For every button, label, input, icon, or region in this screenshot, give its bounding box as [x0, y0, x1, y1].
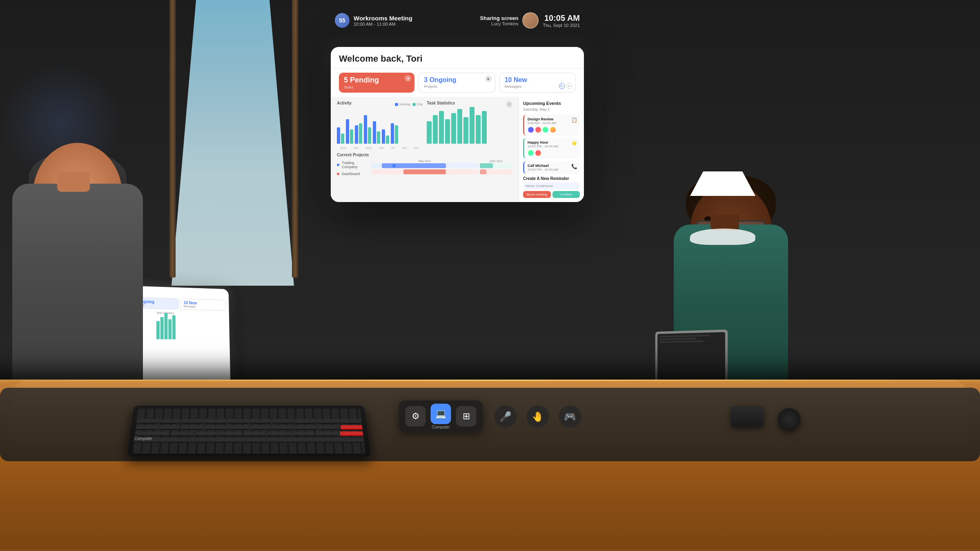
reminder-input[interactable]: Name: Conference [523, 182, 580, 189]
chart-label-mon: Mon [341, 147, 346, 149]
gantt-june-label: June 2021 [480, 160, 512, 162]
event-avatar-5 [528, 150, 534, 156]
legend-scrolling: Scrolling [399, 103, 410, 106]
activity-chart-col: Activity Scrolling Chat [337, 101, 423, 149]
happy-hour-time: 18:00 PM - 18:45 AM [528, 144, 577, 148]
bar-group-4 [364, 115, 371, 144]
chart-label-sat: Sat [402, 147, 407, 149]
gantt-june-bar-2 [480, 169, 512, 174]
call-michael-icon: 📞 [571, 164, 577, 169]
event-happy-hour[interactable]: ⭐ Happy Hour 18:00 PM - 18:45 AM [523, 138, 580, 159]
bar-group-6 [382, 129, 389, 144]
messages-sync-icon[interactable]: ↻ [559, 83, 565, 89]
avatar-female-neck [710, 214, 739, 231]
stat-messages[interactable]: 10 New Messages ↻ ✕ [499, 73, 576, 93]
project-name-2: Dashboard [342, 172, 360, 176]
dashboard-right: Upcoming Events Saturday, May 2 📋 Design… [519, 97, 584, 202]
current-projects: Current Projects Trading Company Dashboa… [337, 153, 512, 178]
stat-pending[interactable]: 5 Pending Tasks ▾ [339, 73, 414, 93]
stats-row: 5 Pending Tasks ▾ 3 Ongoing Projects ▾ 1… [331, 69, 584, 97]
project-name-1: Trading Company [342, 161, 370, 169]
sharing-label: Sharing screen [480, 15, 519, 21]
task-bar-1 [427, 121, 432, 144]
charts-row: Activity Scrolling Chat [337, 101, 512, 149]
pending-sublabel: Tasks [344, 85, 410, 89]
bar-teal-4 [368, 127, 371, 144]
task-bar-10 [482, 111, 487, 144]
device-small-2 [778, 408, 800, 431]
vr-settings-button[interactable]: ⚙ [405, 406, 426, 427]
stat-ongoing[interactable]: 3 Ongoing Projects ▾ [419, 73, 495, 93]
task-stats-chart [427, 109, 512, 146]
vr-computer-button[interactable]: 💻 [431, 404, 451, 424]
messages-close-icon[interactable]: ✕ [566, 83, 572, 89]
gantt-june: June 2021 [480, 160, 512, 178]
window-frame-right [292, 0, 298, 278]
avatar-male-neck [57, 171, 90, 192]
task-stats-icon[interactable]: ✕ [506, 101, 512, 108]
dashboard-main: Activity Scrolling Chat [331, 97, 584, 202]
pending-label: 5 Pending [344, 76, 410, 84]
gantt-june-fill-2 [480, 169, 486, 174]
activity-chart-wrapper: Mon Tue Wed Thu Fri Sat Sun [337, 109, 423, 149]
keyboard[interactable] [127, 406, 371, 457]
vr-mic-button[interactable]: 🎤 [494, 405, 517, 428]
bar-teal-5 [377, 131, 380, 144]
gantt-june-fill-1 [480, 163, 493, 168]
task-bar-9 [476, 115, 481, 144]
meeting-avatar: 55 [335, 13, 350, 28]
event-avatar-2 [535, 127, 541, 133]
sharing-avatar [522, 12, 539, 29]
meeting-info: 55 Workrooms Meeting 10:00 AM - 11:00 AM [335, 13, 412, 28]
bar-teal-3 [359, 123, 362, 144]
bar-blue-4 [364, 115, 367, 144]
project-dot-1 [337, 164, 339, 166]
dashboard-left: Activity Scrolling Chat [331, 97, 519, 202]
task-bar-6 [457, 109, 462, 144]
legend-scrolling-dot [395, 103, 398, 106]
task-bar-8 [470, 107, 474, 144]
event-avatar-1 [528, 127, 534, 133]
event-avatar-4 [550, 127, 556, 133]
confirm-button[interactable]: Confirm [552, 191, 580, 198]
task-bar-3 [439, 111, 444, 144]
vr-gesture-button[interactable]: 🤚 [527, 405, 549, 428]
vr-status-bar: 55 Workrooms Meeting 10:00 AM - 11:00 AM… [331, 12, 584, 29]
event-design-review[interactable]: 📋 Design Review 9:00 AM - 10:00 AM [523, 115, 580, 136]
vr-action-icons: 🎤 🤚 🎮 [494, 405, 581, 428]
call-michael-time: 19:00 PM - 19:30 AM [528, 168, 577, 171]
project-item-1: Trading Company [337, 160, 370, 171]
vr-control-button[interactable]: 🎮 [559, 405, 581, 428]
event-call-michael[interactable]: 📞 Call Michael 19:00 PM - 19:30 AM [523, 161, 580, 174]
happy-hour-title: Happy Hour [528, 140, 577, 144]
meeting-title: Workrooms Meeting [354, 15, 412, 22]
bar-group-3 [355, 123, 362, 144]
task-stats-title: Task Statistics [427, 101, 455, 105]
window-frame-left [169, 0, 176, 278]
main-dashboard-panel: Welcome back, Tori 5 Pending Tasks ▾ 3 O… [331, 47, 584, 202]
sharing-info: Sharing screen Lucy Tomkins 10:05 AM Thu… [480, 12, 580, 29]
bar-group-7 [391, 123, 398, 144]
design-review-avatars [528, 127, 577, 133]
vr-mic-icon-item: 🎤 [494, 405, 517, 428]
reminder-section: Create A New Reminder Name: Conference B… [523, 176, 580, 198]
design-review-title: Design Review [528, 117, 577, 121]
block-meeting-button[interactable]: Block meeting [523, 191, 551, 198]
ongoing-sublabel: Projects [424, 84, 490, 89]
ongoing-dropdown[interactable]: ▾ [485, 76, 492, 82]
chart-x-labels: Mon Tue Wed Thu Fri Sat Sun [337, 147, 423, 149]
upcoming-events-title: Upcoming Events [523, 101, 580, 106]
happy-hour-avatars [528, 150, 577, 156]
bar-group-5 [373, 121, 380, 144]
bar-teal-1 [341, 133, 344, 144]
pending-dropdown[interactable]: ▾ [405, 75, 411, 82]
chart-label-thu: Thu [379, 147, 384, 149]
vr-toolbar: ⚙ 💻 Computer ⊞ 🎤 🤚 🎮 [399, 400, 581, 433]
vr-apps-button[interactable]: ⊞ [456, 406, 477, 427]
gantt-june-bar-1 [480, 163, 512, 168]
bar-blue-7 [391, 123, 394, 144]
task-bar-4 [445, 119, 450, 144]
bar-blue-2 [346, 119, 349, 144]
vr-computer-btn-group: 💻 Computer [431, 404, 451, 429]
task-stats-col: Task Statistics ✕ [427, 101, 512, 149]
